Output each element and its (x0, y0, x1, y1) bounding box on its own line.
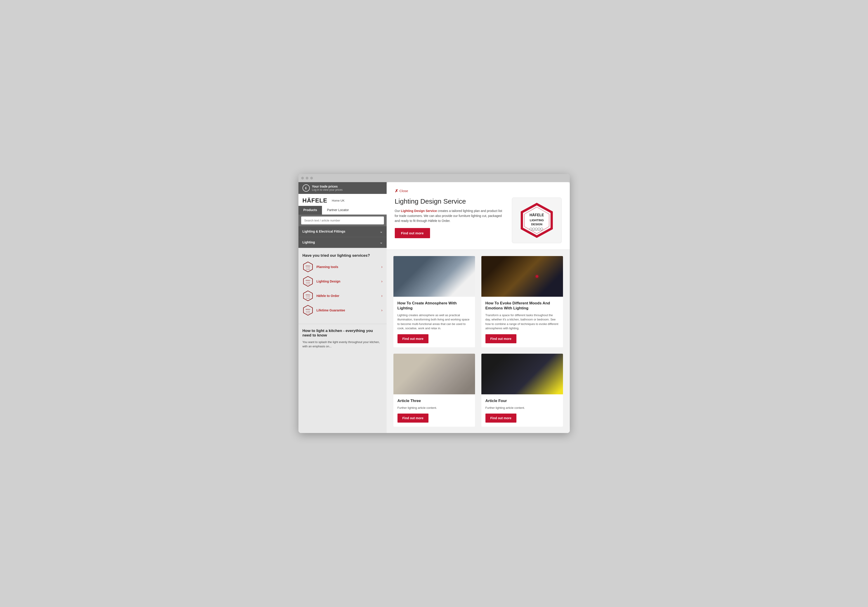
sidebar-article: How to light a kitchen - everything you … (298, 324, 387, 353)
promo-heading: Have you tried our lighting services? (302, 253, 383, 258)
trade-subtitle: Log in to view your prices (312, 188, 343, 191)
svg-marker-0 (304, 262, 313, 272)
article-card-2: How To Evoke Different Moods And Emotion… (481, 256, 563, 347)
trade-banner[interactable]: £ Your trade prices Log in to view your … (298, 182, 387, 194)
article-find-btn-2[interactable]: Find out more (485, 334, 516, 343)
article-image-3 (394, 354, 475, 394)
svg-marker-12 (304, 305, 313, 315)
chevron-right-icon-3: › (381, 294, 382, 298)
article-text-3: Further lighting article content. (397, 406, 471, 410)
promo-item-lifetime[interactable]: HÄFELE LIFETIME LIGHTING Lifetime Guaran… (302, 305, 383, 316)
promo-item-hafele-order[interactable]: HÄFELE LIFETIME LIGHTING Häfele to Order… (302, 290, 383, 301)
close-label: Close (400, 189, 408, 193)
svg-text:HÄFELE: HÄFELE (530, 213, 544, 217)
svg-text:LIGHTING: LIGHTING (306, 269, 310, 270)
nav-tabs: Products Partner Locator (298, 206, 387, 215)
svg-text:HÄFELE: HÄFELE (306, 265, 310, 267)
article-body-1: How To Create Atmosphere With Lighting L… (394, 297, 475, 347)
main-content: ✗ Close Lighting Design Service Our Ligh… (387, 182, 570, 433)
article-text-4: Further lighting article content. (485, 406, 559, 410)
chevron-down-icon-2: ⌄ (380, 240, 383, 245)
article-body: You want to splash the light evenly thro… (302, 340, 383, 349)
logo-bar: HÄFELE Home UK (298, 194, 387, 206)
svg-text:HÄFELE: HÄFELE (306, 294, 310, 296)
chevron-right-icon: › (381, 265, 382, 269)
trade-banner-text: Your trade prices Log in to view your pr… (312, 184, 343, 191)
panel-find-out-more-button[interactable]: Find out more (395, 228, 430, 238)
chevron-down-icon: ⌄ (380, 229, 383, 234)
svg-marker-8 (304, 291, 313, 301)
browser-dot-3 (310, 177, 313, 180)
article-title-4: Article Four (485, 398, 559, 403)
article-find-btn-3[interactable]: Find out more (397, 413, 428, 423)
design-hex-icon: HÄFELE LIFETIME LIGHTING (302, 276, 313, 287)
trade-title: Your trade prices (312, 184, 343, 188)
planning-hex-icon: HÄFELE LIFETIME LIGHTING (302, 262, 313, 272)
article-image-1 (394, 256, 475, 297)
svg-text:LIFETIME: LIFETIME (306, 267, 310, 268)
panel-text: Lighting Design Service Our Lighting Des… (395, 198, 505, 238)
panel-body-link: Lighting Design Service (401, 209, 437, 213)
hafele-logo[interactable]: HÄFELE (302, 197, 327, 204)
svg-marker-4 (304, 276, 313, 286)
promo-label-planning: Planning tools (316, 265, 378, 269)
article-body-2: How To Evoke Different Moods And Emotion… (481, 297, 563, 347)
svg-text:HÄFELE: HÄFELE (306, 309, 310, 310)
home-uk-link[interactable]: Home UK (332, 199, 344, 202)
article-heading: How to light a kitchen - everything you … (302, 328, 383, 338)
svg-text:LIGHTING: LIGHTING (306, 298, 310, 299)
tab-partner-locator[interactable]: Partner Locator (322, 206, 354, 215)
panel-logo: HÄFELE LIGHTING DESIGN (512, 198, 562, 243)
browser-window: £ Your trade prices Log in to view your … (298, 174, 570, 433)
panel-title: Lighting Design Service (395, 198, 505, 205)
article-title-1: How To Create Atmosphere With Lighting (397, 301, 471, 311)
close-button[interactable]: ✗ Close (395, 189, 562, 194)
svg-text:LIFETIME: LIFETIME (306, 282, 310, 283)
article-text-2: Transform a space for different tasks th… (485, 313, 559, 331)
search-bar (298, 215, 387, 226)
panel-body-prefix: Our (395, 209, 401, 213)
svg-text:DESIGN: DESIGN (531, 223, 542, 226)
trade-icon: £ (302, 184, 310, 192)
svg-text:LIFETIME: LIFETIME (306, 296, 310, 297)
promo-item-design[interactable]: HÄFELE LIFETIME LIGHTING Lighting Design… (302, 276, 383, 287)
article-title-2: How To Evoke Different Moods And Emotion… (485, 301, 559, 311)
svg-text:LIGHTING: LIGHTING (306, 283, 310, 285)
promo-item-planning[interactable]: HÄFELE LIFETIME LIGHTING Planning tools … (302, 262, 383, 272)
order-hex-icon: HÄFELE LIFETIME LIGHTING (302, 290, 313, 301)
lifetime-hex-icon: HÄFELE LIFETIME LIGHTING (302, 305, 313, 316)
article-card-4: Article Four Further lighting article co… (481, 354, 563, 427)
articles-section: How To Create Atmosphere With Lighting L… (387, 250, 570, 433)
article-card-3: Article Three Further lighting article c… (394, 354, 475, 427)
browser-dot-2 (306, 177, 308, 180)
browser-dot-1 (301, 177, 304, 180)
browser-chrome (298, 174, 570, 182)
menu-item-lighting-electrical[interactable]: Lighting & Electrical Fittings ⌄ (298, 226, 387, 237)
article-find-btn-4[interactable]: Find out more (485, 413, 516, 423)
promo-label-design: Lighting Design (316, 280, 378, 283)
article-image-2 (481, 256, 563, 297)
sidebar-promo: Have you tried our lighting services? HÄ… (298, 249, 387, 324)
svg-text:LIFETIME: LIFETIME (306, 311, 310, 312)
tab-products[interactable]: Products (298, 206, 322, 215)
chevron-right-icon-4: › (381, 308, 382, 312)
article-body-4: Article Four Further lighting article co… (481, 394, 563, 427)
svg-text:LIGHTING: LIGHTING (530, 218, 544, 222)
hafele-lighting-logo-svg: HÄFELE LIGHTING DESIGN (519, 202, 555, 238)
articles-row-1: How To Create Atmosphere With Lighting L… (387, 250, 570, 354)
article-text-1: Lighting creates atmosphere as well as p… (397, 313, 471, 331)
article-find-btn-1[interactable]: Find out more (397, 334, 428, 343)
menu-item-lighting[interactable]: Lighting ⌄ (298, 237, 387, 248)
search-input[interactable] (301, 217, 384, 225)
promo-label-lifetime: Lifetime Guarantee (316, 308, 378, 312)
article-title-3: Article Three (397, 398, 471, 403)
close-x-icon: ✗ (395, 189, 398, 194)
page-body: £ Your trade prices Log in to view your … (298, 182, 570, 433)
article-image-4 (481, 354, 563, 394)
panel-body: Our Lighting Design Service creates a ta… (395, 208, 505, 223)
svg-text:HÄFELE: HÄFELE (306, 280, 310, 281)
sidebar-menu: Lighting & Electrical Fittings ⌄ Lightin… (298, 226, 387, 248)
article-body-3: Article Three Further lighting article c… (394, 394, 475, 427)
svg-text:LIGHTING: LIGHTING (306, 312, 310, 313)
articles-row-2: Article Three Further lighting article c… (387, 354, 570, 433)
